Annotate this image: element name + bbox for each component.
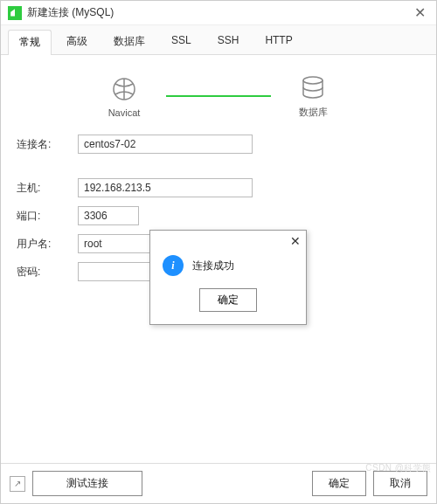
- label-connection-name: 连接名:: [17, 137, 69, 152]
- tab-bar: 常规 高级 数据库 SSL SSH HTTP: [1, 25, 436, 55]
- dialog-ok-button[interactable]: 确定: [199, 288, 257, 312]
- test-connection-button[interactable]: 测试连接: [32, 471, 142, 496]
- row-connection-name: 连接名:: [17, 135, 420, 154]
- svg-point-1: [303, 77, 323, 84]
- diagram-navicat-node: Navicat: [89, 74, 159, 118]
- connection-diagram: Navicat 数据库: [17, 66, 420, 135]
- diagram-database-node: 数据库: [278, 72, 348, 119]
- input-host[interactable]: [78, 178, 253, 197]
- tab-ssl[interactable]: SSL: [160, 29, 203, 54]
- dialog-close-icon[interactable]: ✕: [290, 234, 301, 248]
- tab-advanced[interactable]: 高级: [55, 29, 99, 54]
- navicat-icon: [109, 74, 139, 104]
- input-connection-name[interactable]: [78, 135, 253, 154]
- dialog-body: i 连接成功: [150, 252, 306, 288]
- window-close-icon[interactable]: ✕: [411, 4, 429, 21]
- app-icon: [8, 6, 22, 20]
- ok-button[interactable]: 确定: [312, 471, 366, 496]
- cancel-button[interactable]: 取消: [373, 471, 427, 496]
- tab-database[interactable]: 数据库: [102, 29, 156, 54]
- dialog-message: 连接成功: [192, 259, 234, 273]
- label-user: 用户名:: [17, 237, 69, 252]
- label-password: 密码:: [17, 265, 69, 280]
- row-port: 端口:: [17, 206, 420, 225]
- tab-ssh[interactable]: SSH: [206, 29, 251, 54]
- message-dialog: ✕ i 连接成功 确定: [149, 230, 307, 325]
- diagram-navicat-label: Navicat: [108, 107, 141, 118]
- titlebar: 新建连接 (MySQL) ✕: [1, 1, 436, 25]
- database-icon: [298, 72, 328, 102]
- diagram-database-label: 数据库: [299, 106, 328, 119]
- dialog-footer: 确定: [150, 288, 306, 324]
- label-host: 主机:: [17, 181, 69, 196]
- label-port: 端口:: [17, 209, 69, 224]
- row-host: 主机:: [17, 178, 420, 197]
- diagram-connection-line: [166, 95, 271, 97]
- tab-general[interactable]: 常规: [8, 30, 52, 55]
- info-icon: i: [163, 255, 184, 276]
- content-area: Navicat 数据库 连接名: 主机: 端口: 用户名:: [1, 55, 436, 463]
- window-title: 新建连接 (MySQL): [27, 5, 411, 20]
- tab-http[interactable]: HTTP: [253, 29, 303, 54]
- dialog-header: ✕: [150, 231, 306, 252]
- footer-bar: ↗ 测试连接 确定 取消: [1, 463, 436, 503]
- input-port[interactable]: [78, 206, 139, 225]
- footer-options-icon[interactable]: ↗: [10, 476, 25, 492]
